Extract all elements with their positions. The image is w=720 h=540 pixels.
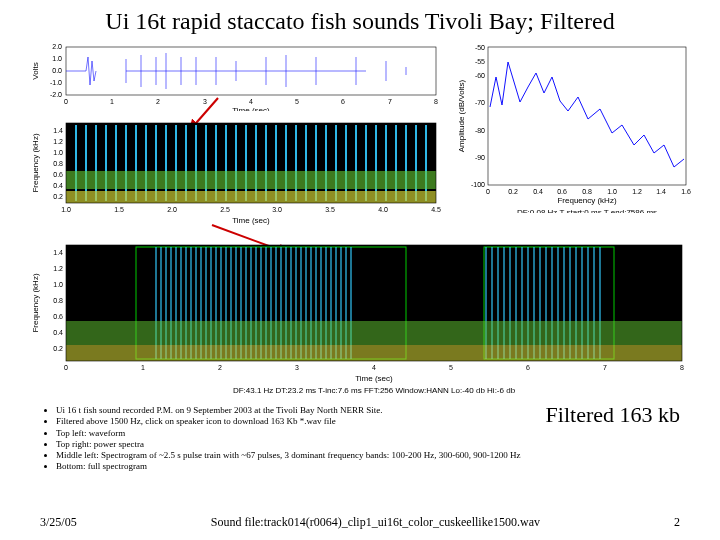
svg-text:2: 2 xyxy=(156,98,160,105)
page-footer: 3/25/05 Sound file:track014(r0064)_clip1… xyxy=(0,515,720,530)
svg-text:1.2: 1.2 xyxy=(53,265,63,272)
waveform-xlabel: Time (sec) xyxy=(232,106,270,111)
svg-text:0.4: 0.4 xyxy=(533,188,543,195)
svg-rect-85 xyxy=(66,191,436,203)
spfull-annotation: DF:43.1 Hz DT:23.2 ms T-inc:7.6 ms FFT:2… xyxy=(233,386,516,395)
svg-text:-90: -90 xyxy=(475,154,485,161)
svg-text:3.0: 3.0 xyxy=(272,206,282,213)
svg-text:-80: -80 xyxy=(475,127,485,134)
svg-text:-100: -100 xyxy=(471,181,485,188)
waveform-ylabel: Volts xyxy=(31,62,40,79)
spectrogram-zoom-panel: 1.41.21.00.80.60.40.2 1.01.52.02.53.03.5… xyxy=(28,119,448,229)
svg-text:3: 3 xyxy=(295,364,299,371)
svg-text:1.5: 1.5 xyxy=(114,206,124,213)
svg-text:1.4: 1.4 xyxy=(656,188,666,195)
spfull-ylabel: Frequency (kHz) xyxy=(31,273,40,332)
figure-panels: 2.0 1.0 0.0 -1.0 -2.0 012345678 xyxy=(28,41,692,401)
svg-rect-84 xyxy=(66,171,436,189)
svg-text:2.5: 2.5 xyxy=(220,206,230,213)
spfull-xlabel: Time (sec) xyxy=(355,374,393,383)
page-title: Ui 16t rapid staccato fish sounds Tivoli… xyxy=(28,8,692,35)
svg-text:4: 4 xyxy=(249,98,253,105)
svg-rect-167 xyxy=(66,345,682,361)
spectrum-annotation: DF:0.08 Hz T-start:0 ms T-end:7586 ms xyxy=(517,208,657,213)
waveform-panel: 2.0 1.0 0.0 -1.0 -2.0 012345678 xyxy=(28,41,448,111)
svg-text:-55: -55 xyxy=(475,58,485,65)
svg-text:0.6: 0.6 xyxy=(53,313,63,320)
svg-text:4.0: 4.0 xyxy=(378,206,388,213)
svg-text:0.6: 0.6 xyxy=(557,188,567,195)
svg-text:5: 5 xyxy=(295,98,299,105)
svg-text:8: 8 xyxy=(434,98,438,105)
svg-text:1.0: 1.0 xyxy=(61,206,71,213)
svg-text:1.2: 1.2 xyxy=(632,188,642,195)
svg-text:2.0: 2.0 xyxy=(52,43,62,50)
spzoom-ylabel: Frequency (kHz) xyxy=(31,133,40,192)
spectrum-panel: -50-55-60-70-80-90-100 00.20.40.60.81.01… xyxy=(454,41,694,213)
svg-text:0.2: 0.2 xyxy=(508,188,518,195)
svg-text:7: 7 xyxy=(388,98,392,105)
svg-text:2.0: 2.0 xyxy=(167,206,177,213)
svg-text:-50: -50 xyxy=(475,44,485,51)
svg-text:3.5: 3.5 xyxy=(325,206,335,213)
svg-text:1.4: 1.4 xyxy=(53,127,63,134)
filtered-size-label: Filtered 163 kb xyxy=(546,402,680,428)
svg-text:0: 0 xyxy=(64,98,68,105)
svg-text:1.6: 1.6 xyxy=(681,188,691,195)
svg-text:7: 7 xyxy=(603,364,607,371)
svg-text:0.4: 0.4 xyxy=(53,329,63,336)
svg-text:6: 6 xyxy=(341,98,345,105)
spectrum-ylabel: Amplitude (dB/Volts) xyxy=(457,79,466,152)
spectrum-xlabel: Frequency (kHz) xyxy=(557,196,616,205)
svg-text:1.2: 1.2 xyxy=(53,138,63,145)
svg-text:-60: -60 xyxy=(475,72,485,79)
svg-text:1.0: 1.0 xyxy=(607,188,617,195)
svg-text:0.6: 0.6 xyxy=(53,171,63,178)
footer-page: 2 xyxy=(674,515,680,530)
svg-text:0.8: 0.8 xyxy=(582,188,592,195)
svg-text:0: 0 xyxy=(486,188,490,195)
svg-text:0.8: 0.8 xyxy=(53,297,63,304)
svg-text:1: 1 xyxy=(141,364,145,371)
svg-text:8: 8 xyxy=(680,364,684,371)
svg-text:0.4: 0.4 xyxy=(53,182,63,189)
svg-text:0.2: 0.2 xyxy=(53,345,63,352)
svg-text:1.0: 1.0 xyxy=(53,281,63,288)
svg-text:-2.0: -2.0 xyxy=(50,91,62,98)
svg-text:6: 6 xyxy=(526,364,530,371)
footer-date: 3/25/05 xyxy=(40,515,77,530)
svg-text:1: 1 xyxy=(110,98,114,105)
svg-text:0.8: 0.8 xyxy=(53,160,63,167)
bullet-item: Top right: power spectra xyxy=(56,439,692,450)
svg-text:1.0: 1.0 xyxy=(52,55,62,62)
svg-text:4: 4 xyxy=(372,364,376,371)
bullet-item: Middle left: Spectrogram of ~2.5 s pulse… xyxy=(56,450,692,461)
spectrogram-full-panel: 1.41.21.00.80.60.40.2 012345678 Time (se… xyxy=(28,239,694,399)
svg-rect-166 xyxy=(66,321,682,345)
svg-text:0.2: 0.2 xyxy=(53,193,63,200)
footer-file: Sound file:track014(r0064)_clip1_ui16t_c… xyxy=(211,515,540,530)
svg-text:-1.0: -1.0 xyxy=(50,79,62,86)
svg-text:-70: -70 xyxy=(475,99,485,106)
svg-text:4.5: 4.5 xyxy=(431,206,441,213)
svg-text:5: 5 xyxy=(449,364,453,371)
svg-text:1.0: 1.0 xyxy=(53,149,63,156)
svg-text:0: 0 xyxy=(64,364,68,371)
svg-text:2: 2 xyxy=(218,364,222,371)
bullet-item: Bottom: full spectrogram xyxy=(56,461,692,472)
bullet-item: Top left: waveform xyxy=(56,428,692,439)
svg-text:1.4: 1.4 xyxy=(53,249,63,256)
svg-text:0.0: 0.0 xyxy=(52,67,62,74)
